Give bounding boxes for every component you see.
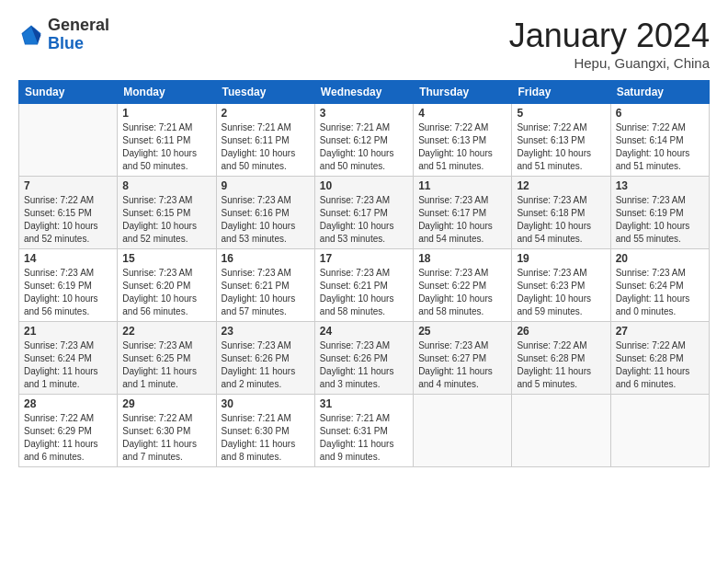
- day-info: Sunrise: 7:23 AM Sunset: 6:18 PM Dayligh…: [517, 194, 605, 246]
- table-row: 24Sunrise: 7:23 AM Sunset: 6:26 PM Dayli…: [314, 322, 413, 395]
- table-row: 23Sunrise: 7:23 AM Sunset: 6:26 PM Dayli…: [216, 322, 314, 395]
- title-block: January 2024 Hepu, Guangxi, China: [509, 17, 710, 71]
- table-row: 8Sunrise: 7:23 AM Sunset: 6:15 PM Daylig…: [118, 177, 216, 249]
- table-row: 12Sunrise: 7:23 AM Sunset: 6:18 PM Dayli…: [512, 177, 610, 249]
- day-info: Sunrise: 7:21 AM Sunset: 6:11 PM Dayligh…: [222, 121, 310, 173]
- day-number: 31: [320, 397, 408, 410]
- table-row: 29Sunrise: 7:22 AM Sunset: 6:30 PM Dayli…: [118, 395, 216, 467]
- day-number: 17: [320, 252, 408, 265]
- day-number: 14: [24, 252, 112, 265]
- table-row: 6Sunrise: 7:22 AM Sunset: 6:14 PM Daylig…: [610, 104, 709, 177]
- table-row: [19, 104, 118, 177]
- table-row: 19Sunrise: 7:23 AM Sunset: 6:23 PM Dayli…: [512, 249, 610, 322]
- day-info: Sunrise: 7:23 AM Sunset: 6:27 PM Dayligh…: [418, 339, 506, 391]
- day-number: 18: [418, 252, 506, 265]
- day-info: Sunrise: 7:22 AM Sunset: 6:29 PM Dayligh…: [24, 412, 112, 464]
- day-number: 6: [616, 107, 704, 120]
- day-number: 26: [517, 325, 605, 338]
- table-row: 4Sunrise: 7:22 AM Sunset: 6:13 PM Daylig…: [414, 104, 512, 177]
- logo-text: General Blue: [48, 17, 109, 53]
- day-info: Sunrise: 7:21 AM Sunset: 6:12 PM Dayligh…: [320, 121, 408, 173]
- title-month: January 2024: [509, 17, 710, 55]
- day-number: 27: [616, 325, 704, 338]
- table-row: [414, 395, 512, 467]
- page: General Blue January 2024 Hepu, Guangxi,…: [0, 0, 728, 563]
- day-info: Sunrise: 7:22 AM Sunset: 6:28 PM Dayligh…: [616, 339, 704, 391]
- day-info: Sunrise: 7:22 AM Sunset: 6:13 PM Dayligh…: [517, 121, 605, 173]
- logo-blue: Blue: [48, 34, 84, 52]
- table-row: 10Sunrise: 7:23 AM Sunset: 6:17 PM Dayli…: [314, 177, 413, 249]
- calendar-week-row: 7Sunrise: 7:22 AM Sunset: 6:15 PM Daylig…: [19, 177, 710, 249]
- day-number: 2: [222, 107, 310, 120]
- day-info: Sunrise: 7:23 AM Sunset: 6:15 PM Dayligh…: [122, 194, 210, 246]
- calendar-week-row: 14Sunrise: 7:23 AM Sunset: 6:19 PM Dayli…: [19, 249, 710, 322]
- table-row: 7Sunrise: 7:22 AM Sunset: 6:15 PM Daylig…: [19, 177, 118, 249]
- col-tuesday: Tuesday: [216, 81, 314, 104]
- table-row: 27Sunrise: 7:22 AM Sunset: 6:28 PM Dayli…: [610, 322, 709, 395]
- day-number: 3: [320, 107, 408, 120]
- table-row: 5Sunrise: 7:22 AM Sunset: 6:13 PM Daylig…: [512, 104, 610, 177]
- day-info: Sunrise: 7:23 AM Sunset: 6:19 PM Dayligh…: [24, 267, 112, 318]
- table-row: 28Sunrise: 7:22 AM Sunset: 6:29 PM Dayli…: [19, 395, 118, 467]
- day-info: Sunrise: 7:22 AM Sunset: 6:13 PM Dayligh…: [418, 121, 506, 173]
- day-info: Sunrise: 7:22 AM Sunset: 6:15 PM Dayligh…: [24, 194, 112, 246]
- day-number: 7: [24, 179, 112, 192]
- table-row: 22Sunrise: 7:23 AM Sunset: 6:25 PM Dayli…: [118, 322, 216, 395]
- day-number: 8: [122, 179, 210, 192]
- col-sunday: Sunday: [19, 81, 118, 104]
- day-info: Sunrise: 7:23 AM Sunset: 6:21 PM Dayligh…: [222, 267, 310, 318]
- table-row: 20Sunrise: 7:23 AM Sunset: 6:24 PM Dayli…: [610, 249, 709, 322]
- day-number: 9: [222, 179, 310, 192]
- day-info: Sunrise: 7:23 AM Sunset: 6:16 PM Dayligh…: [222, 194, 310, 246]
- day-info: Sunrise: 7:23 AM Sunset: 6:19 PM Dayligh…: [616, 194, 704, 246]
- day-info: Sunrise: 7:23 AM Sunset: 6:17 PM Dayligh…: [418, 194, 506, 246]
- table-row: 2Sunrise: 7:21 AM Sunset: 6:11 PM Daylig…: [216, 104, 314, 177]
- day-number: 10: [320, 179, 408, 192]
- col-saturday: Saturday: [610, 81, 709, 104]
- day-number: 19: [517, 252, 605, 265]
- day-info: Sunrise: 7:23 AM Sunset: 6:24 PM Dayligh…: [24, 339, 112, 391]
- day-info: Sunrise: 7:21 AM Sunset: 6:31 PM Dayligh…: [320, 412, 408, 464]
- table-row: 26Sunrise: 7:22 AM Sunset: 6:28 PM Dayli…: [512, 322, 610, 395]
- day-number: 28: [24, 397, 112, 410]
- day-info: Sunrise: 7:23 AM Sunset: 6:23 PM Dayligh…: [517, 267, 605, 318]
- day-info: Sunrise: 7:23 AM Sunset: 6:22 PM Dayligh…: [418, 267, 506, 318]
- day-number: 1: [122, 107, 210, 120]
- calendar-week-row: 21Sunrise: 7:23 AM Sunset: 6:24 PM Dayli…: [19, 322, 710, 395]
- logo: General Blue: [18, 17, 109, 53]
- col-monday: Monday: [118, 81, 216, 104]
- header: General Blue January 2024 Hepu, Guangxi,…: [18, 17, 710, 71]
- day-number: 23: [222, 325, 310, 338]
- table-row: 9Sunrise: 7:23 AM Sunset: 6:16 PM Daylig…: [216, 177, 314, 249]
- day-info: Sunrise: 7:23 AM Sunset: 6:26 PM Dayligh…: [320, 339, 408, 391]
- day-info: Sunrise: 7:21 AM Sunset: 6:11 PM Dayligh…: [122, 121, 210, 173]
- day-number: 20: [616, 252, 704, 265]
- day-number: 30: [222, 397, 310, 410]
- day-number: 4: [418, 107, 506, 120]
- calendar-week-row: 28Sunrise: 7:22 AM Sunset: 6:29 PM Dayli…: [19, 395, 710, 467]
- table-row: 16Sunrise: 7:23 AM Sunset: 6:21 PM Dayli…: [216, 249, 314, 322]
- day-info: Sunrise: 7:23 AM Sunset: 6:21 PM Dayligh…: [320, 267, 408, 318]
- logo-general: General: [48, 16, 109, 34]
- calendar-header-row: Sunday Monday Tuesday Wednesday Thursday…: [19, 81, 710, 104]
- table-row: 11Sunrise: 7:23 AM Sunset: 6:17 PM Dayli…: [414, 177, 512, 249]
- table-row: 25Sunrise: 7:23 AM Sunset: 6:27 PM Dayli…: [414, 322, 512, 395]
- day-number: 21: [24, 325, 112, 338]
- calendar-week-row: 1Sunrise: 7:21 AM Sunset: 6:11 PM Daylig…: [19, 104, 710, 177]
- day-number: 13: [616, 179, 704, 192]
- table-row: 1Sunrise: 7:21 AM Sunset: 6:11 PM Daylig…: [118, 104, 216, 177]
- table-row: [512, 395, 610, 467]
- day-info: Sunrise: 7:22 AM Sunset: 6:14 PM Dayligh…: [616, 121, 704, 173]
- title-location: Hepu, Guangxi, China: [509, 55, 710, 71]
- table-row: 30Sunrise: 7:21 AM Sunset: 6:30 PM Dayli…: [216, 395, 314, 467]
- day-number: 11: [418, 179, 506, 192]
- day-info: Sunrise: 7:23 AM Sunset: 6:24 PM Dayligh…: [616, 267, 704, 318]
- table-row: 3Sunrise: 7:21 AM Sunset: 6:12 PM Daylig…: [314, 104, 413, 177]
- day-number: 15: [122, 252, 210, 265]
- day-info: Sunrise: 7:23 AM Sunset: 6:20 PM Dayligh…: [122, 267, 210, 318]
- calendar-table: Sunday Monday Tuesday Wednesday Thursday…: [18, 80, 710, 467]
- table-row: 18Sunrise: 7:23 AM Sunset: 6:22 PM Dayli…: [414, 249, 512, 322]
- table-row: 13Sunrise: 7:23 AM Sunset: 6:19 PM Dayli…: [610, 177, 709, 249]
- table-row: 17Sunrise: 7:23 AM Sunset: 6:21 PM Dayli…: [314, 249, 413, 322]
- table-row: 21Sunrise: 7:23 AM Sunset: 6:24 PM Dayli…: [19, 322, 118, 395]
